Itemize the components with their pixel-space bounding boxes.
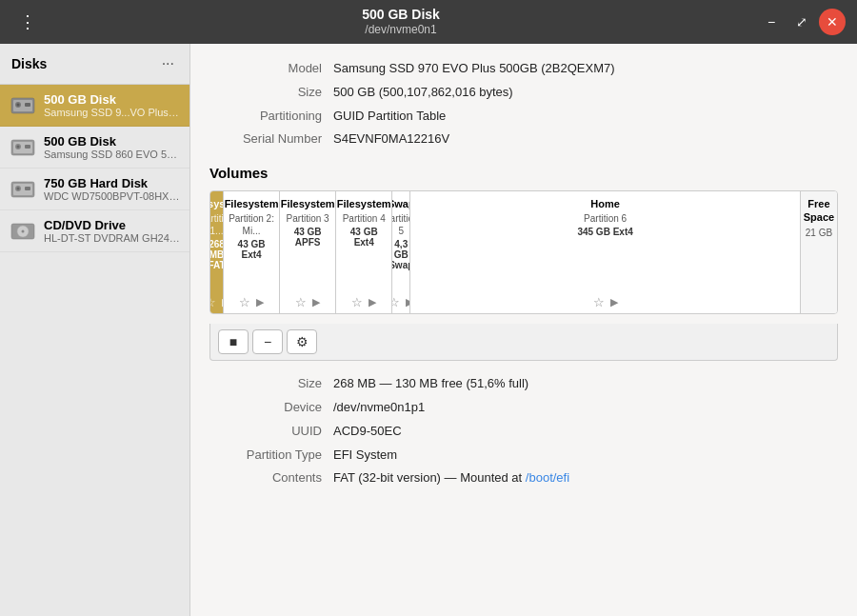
main-container: Disks ··· 500 GB Disk Samsung SSD 9...VO…	[0, 44, 857, 616]
volume-footer-5: ☆▶	[410, 295, 800, 309]
volumes-section-title: Volumes	[209, 165, 838, 181]
detail-size-value: 268 MB — 130 MB free (51,6% full)	[333, 374, 528, 394]
volume-label-3: Filesystem	[337, 197, 391, 210]
settings-button[interactable]: ⚙	[287, 329, 317, 354]
disk-info-table: Model Samsung SSD 970 EVO Plus 500GB (2B…	[209, 59, 838, 149]
volume-segment-0[interactable]: FilesystemPartition 1...268 MB FAT☆▶	[210, 191, 224, 313]
titlebar-menu-button[interactable]: ⋮	[11, 8, 44, 36]
volume-play-button-1[interactable]: ▶	[256, 296, 264, 308]
disk-sub-2: WDC WD7500BPVT-08HXZT1	[44, 190, 180, 202]
disk-info-1: 500 GB Disk Samsung SSD 860 EVO 500GB	[44, 134, 180, 160]
disk-info-3: CD/DVD Drive HL-DT-ST DVDRAM GH24NS50	[44, 218, 180, 244]
model-label: Model	[209, 59, 333, 79]
volume-size-1: 43 GB Ext4	[228, 239, 275, 260]
volume-play-button-2[interactable]: ▶	[312, 296, 320, 308]
minimize-button[interactable]: −	[758, 9, 785, 35]
partitioning-label: Partitioning	[209, 107, 333, 127]
volume-size-4: 4,3 GB Swap	[392, 239, 410, 270]
model-row: Model Samsung SSD 970 EVO Plus 500GB (2B…	[209, 59, 838, 79]
volume-footer-4: ☆▶	[392, 295, 409, 309]
svg-point-14	[17, 187, 20, 189]
volume-segment-1[interactable]: FilesystemPartition 2: Mi...43 GB Ext4☆▶	[224, 191, 280, 313]
serial-row: Serial Number S4EVNF0MA12216V	[209, 129, 838, 149]
volume-label-4: Swap	[392, 197, 410, 210]
detail-size-row: Size 268 MB — 130 MB free (51,6% full)	[209, 374, 838, 394]
volume-footer-1: ☆▶	[224, 295, 279, 309]
detail-partition-type-row: Partition Type EFI System	[209, 446, 838, 466]
titlebar: ⋮ 500 GB Disk /dev/nvme0n1 − ⤢ ✕	[0, 0, 857, 44]
size-label: Size	[209, 83, 333, 103]
sidebar-menu-button[interactable]: ···	[158, 53, 178, 74]
volume-play-button-5[interactable]: ▶	[610, 296, 618, 308]
remove-button[interactable]: −	[252, 329, 283, 354]
disk-sub-0: Samsung SSD 9...VO Plus 500GB	[44, 107, 180, 118]
volume-sub-4: Partition 5	[392, 212, 410, 237]
volume-star-button-0[interactable]: ☆	[210, 295, 216, 309]
volume-play-button-3[interactable]: ▶	[369, 296, 376, 308]
volume-sub-5: Partition 6	[584, 212, 627, 225]
volume-sub-1: Partition 2: Mi...	[228, 212, 275, 237]
sidebar: Disks ··· 500 GB Disk Samsung SSD 9...VO…	[0, 44, 190, 616]
disk-sub-1: Samsung SSD 860 EVO 500GB	[44, 149, 180, 160]
contents-link[interactable]: /boot/efi	[526, 470, 569, 485]
detail-uuid-value: ACD9-50EC	[333, 422, 402, 442]
disk-item-1[interactable]: 500 GB Disk Samsung SSD 860 EVO 500GB	[0, 127, 189, 169]
volume-sub-6: 21 GB	[806, 227, 832, 239]
serial-label: Serial Number	[209, 129, 333, 149]
volume-label-5: Home	[590, 197, 620, 210]
disk-name-3: CD/DVD Drive	[44, 218, 180, 232]
volume-star-button-3[interactable]: ☆	[351, 295, 363, 309]
svg-point-9	[17, 145, 20, 148]
model-value: Samsung SSD 970 EVO Plus 500GB (2B2QEXM7…	[333, 59, 615, 79]
detail-partition-type-label: Partition Type	[209, 446, 333, 466]
partitioning-value: GUID Partition Table	[333, 107, 446, 127]
disk-icon-3	[10, 221, 36, 242]
titlebar-center: 500 GB Disk /dev/nvme0n1	[362, 6, 440, 38]
volume-segment-3[interactable]: FilesystemPartition 443 GB Ext4☆▶	[336, 191, 392, 313]
volume-size-3: 43 GB Ext4	[340, 227, 388, 248]
disk-name-0: 500 GB Disk	[44, 92, 180, 107]
volume-star-button-5[interactable]: ☆	[593, 295, 605, 309]
detail-contents-label: Contents	[209, 468, 333, 488]
titlebar-title: 500 GB Disk	[362, 6, 440, 23]
titlebar-right: − ⤢ ✕	[758, 9, 846, 35]
volume-star-button-2[interactable]: ☆	[295, 295, 307, 309]
disk-item-3[interactable]: CD/DVD Drive HL-DT-ST DVDRAM GH24NS50	[0, 210, 189, 252]
volume-segment-6[interactable]: Free Space21 GB	[801, 191, 837, 313]
disk-icon-1	[10, 137, 36, 158]
volume-segment-2[interactable]: FilesystemPartition 343 GB APFS☆▶	[280, 191, 336, 313]
titlebar-subtitle: /dev/nvme0n1	[365, 23, 436, 38]
disk-info-2: 750 GB Hard Disk WDC WD7500BPVT-08HXZT1	[44, 176, 180, 202]
disk-icon-0	[10, 95, 36, 116]
volume-segment-4[interactable]: SwapPartition 54,3 GB Swap☆▶	[392, 191, 410, 313]
volume-star-button-1[interactable]: ☆	[239, 295, 250, 309]
action-bar: ■ − ⚙	[209, 324, 838, 361]
detail-contents-value: FAT (32-bit version) — Mounted at /boot/…	[333, 468, 569, 488]
disk-item-2[interactable]: 750 GB Hard Disk WDC WD7500BPVT-08HXZT1	[0, 169, 189, 210]
volume-label-2: Filesystem	[281, 197, 335, 210]
volume-label-1: Filesystem	[225, 197, 279, 210]
svg-rect-12	[25, 187, 30, 190]
detail-device-label: Device	[209, 398, 333, 418]
volume-segment-5[interactable]: HomePartition 6345 GB Ext4☆▶	[410, 191, 801, 313]
serial-value: S4EVNF0MA12216V	[333, 129, 449, 149]
volume-sub-2: Partition 3	[287, 212, 329, 225]
detail-partition-type-value: EFI System	[333, 446, 397, 466]
partitioning-row: Partitioning GUID Partition Table	[209, 107, 838, 127]
volume-sub-3: Partition 4	[343, 212, 386, 225]
volume-size-2: 43 GB APFS	[284, 227, 331, 248]
restore-button[interactable]: ⤢	[788, 9, 815, 35]
stop-button[interactable]: ■	[218, 329, 249, 354]
svg-rect-7	[25, 145, 30, 149]
detail-contents-row: Contents FAT (32-bit version) — Mounted …	[209, 468, 838, 488]
volume-label-6: Free Space	[804, 197, 834, 225]
disk-icon-2	[10, 179, 36, 200]
size-row: Size 500 GB (500,107,862,016 bytes)	[209, 83, 838, 103]
volume-sub-0: Partition 1...	[210, 212, 224, 237]
close-button[interactable]: ✕	[819, 9, 846, 35]
svg-point-4	[17, 103, 20, 106]
content-area: Model Samsung SSD 970 EVO Plus 500GB (2B…	[190, 44, 857, 616]
volume-star-button-4[interactable]: ☆	[392, 295, 400, 309]
disk-item-0[interactable]: 500 GB Disk Samsung SSD 9...VO Plus 500G…	[0, 85, 189, 127]
volume-label-0: Filesystem	[210, 197, 224, 210]
